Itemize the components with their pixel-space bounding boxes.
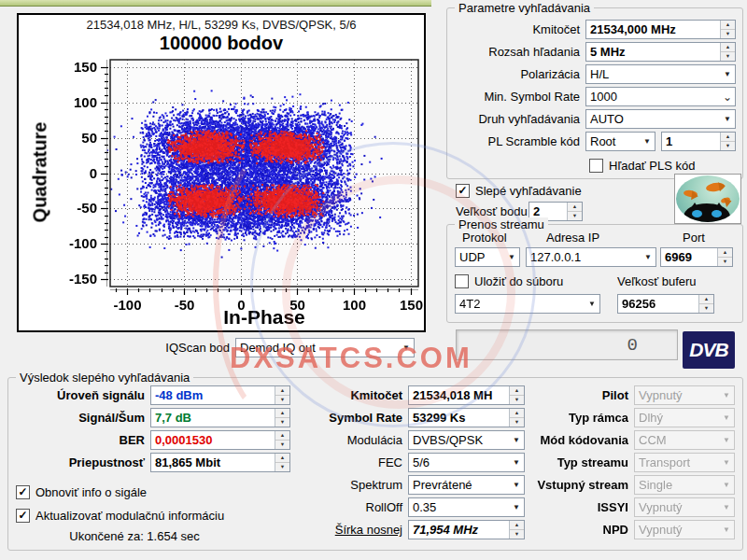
search-parameters-group: Parametre vyhľadávania Kmitočet21534,000… bbox=[446, 7, 743, 179]
chevron-down-icon[interactable]: ⌄ bbox=[720, 92, 735, 102]
spin-up-icon[interactable]: ▲ bbox=[721, 21, 735, 29]
fec-dropdown[interactable]: 5/6▼ bbox=[408, 453, 525, 472]
ip-address-dropdown[interactable]: 127.0.0.1 ▼ bbox=[526, 247, 656, 267]
result-frequency-value: 21534,018 MH bbox=[409, 388, 509, 402]
pl-scramble-root-value: Root bbox=[586, 134, 640, 148]
port-value: 6969 bbox=[661, 250, 717, 264]
ber-label: BER bbox=[12, 433, 150, 447]
pl-scramble-root-dropdown[interactable]: Root▼ bbox=[585, 132, 655, 151]
snr-spinner[interactable]: 7,7 dB▲▼ bbox=[150, 408, 290, 427]
port-spin-buttons[interactable]: ▲ ▼ bbox=[717, 248, 732, 266]
frequency-spinner[interactable]: 21534,000 MHz▲▼ bbox=[585, 20, 736, 39]
coding-mode-dropdown: CCM▼ bbox=[634, 430, 735, 450]
protocol-dropdown[interactable]: UDP ▼ bbox=[455, 247, 520, 267]
search-range-spinner[interactable]: 5 MHz▲▼ bbox=[585, 42, 736, 62]
dropdown-arrow-icon[interactable]: ▼ bbox=[399, 343, 414, 352]
modulation-value: DVBS/QPSK bbox=[409, 433, 509, 447]
blind-search-checkbox[interactable] bbox=[456, 184, 470, 198]
frame-type-row: Typ rámcaDlhý▼ bbox=[518, 408, 735, 427]
device-dropdown[interactable]: 4T2 ▼ bbox=[455, 294, 600, 314]
iqscan-point-value: Demod IQ out bbox=[236, 341, 399, 355]
stream-type-row: Typ streamuTransport▼ bbox=[518, 453, 735, 472]
issyi-value: Vypnutý bbox=[635, 500, 719, 514]
modulation-label: Modulácia bbox=[281, 433, 408, 447]
update-modulation-info-checkbox[interactable] bbox=[16, 509, 30, 523]
iqscan-point-dropdown[interactable]: Demod IQ out ▼ bbox=[235, 338, 415, 357]
search-parameters-rows: Kmitočet21534,000 MHz▲▼Rozsah hľadania5 … bbox=[453, 20, 737, 154]
results-right-column: PilotVypnutý▼Typ rámcaDlhý▼Mód kódovania… bbox=[518, 385, 735, 542]
carrier-width-value: 71,954 MHz bbox=[409, 523, 509, 537]
carrier-width-spinner[interactable]: 71,954 MHz▲▼ bbox=[408, 520, 525, 539]
pl-scramble-spinner[interactable]: 1▲▼ bbox=[661, 132, 736, 151]
search-type-dropdown[interactable]: AUTO▼ bbox=[585, 109, 736, 129]
dot-size-spin-buttons[interactable]: ▲ ▼ bbox=[567, 203, 582, 220]
spectrum-dropdown[interactable]: Prevrátené▼ bbox=[408, 475, 525, 495]
dropdown-arrow-icon[interactable]: ▼ bbox=[585, 300, 599, 308]
port-spinner[interactable]: 6969 ▲ ▼ bbox=[660, 247, 733, 267]
spectrum-label: Spektrum bbox=[281, 478, 408, 492]
min-symbol-rate-dropdown[interactable]: 1000⌄ bbox=[585, 87, 736, 106]
pilot-value: Vypnutý bbox=[635, 388, 719, 402]
signal-level-spinner[interactable]: -48 dBm▲▼ bbox=[150, 385, 290, 405]
dropdown-arrow-icon[interactable]: ▼ bbox=[720, 115, 735, 123]
frequency-row: Kmitočet21534,000 MHz▲▼ bbox=[453, 20, 737, 39]
spin-down-icon[interactable]: ▼ bbox=[699, 303, 713, 313]
dropdown-arrow-icon[interactable]: ▼ bbox=[720, 70, 735, 78]
throughput-label: Priepustnosť bbox=[12, 455, 150, 469]
modulation-row: ModuláciaDVBS/QPSK▼ bbox=[281, 430, 524, 450]
result-symbol-rate-value: 53299 Ks bbox=[409, 411, 509, 425]
frequency-spin-buttons[interactable]: ▲▼ bbox=[720, 21, 735, 38]
search-pls-checkbox[interactable] bbox=[589, 159, 603, 173]
pl-scramble-spin-buttons[interactable]: ▲▼ bbox=[720, 133, 735, 150]
plot-transponder-title: 21534,018 MHz, H/L, 53299 Ks, DVBS/QPSK,… bbox=[19, 18, 424, 32]
npd-label: NPD bbox=[518, 523, 634, 537]
dropdown-arrow-icon[interactable]: ▼ bbox=[641, 253, 655, 261]
spin-down-icon[interactable]: ▼ bbox=[721, 141, 735, 150]
spin-up-icon[interactable]: ▲ bbox=[721, 133, 735, 141]
coding-mode-label: Mód kódovania bbox=[518, 433, 634, 447]
spin-down-icon[interactable]: ▼ bbox=[721, 51, 735, 61]
buffer-size-spinner[interactable]: 96256 ▲ ▼ bbox=[617, 294, 714, 314]
throughput-spinner[interactable]: 81,865 Mbit▲▼ bbox=[150, 453, 290, 472]
spin-down-icon[interactable]: ▼ bbox=[718, 257, 732, 266]
search-range-spin-buttons[interactable]: ▲▼ bbox=[720, 43, 735, 61]
coding-mode-value: CCM bbox=[635, 433, 719, 447]
search-range-value: 5 MHz bbox=[586, 45, 720, 59]
spin-down-icon[interactable]: ▼ bbox=[721, 29, 735, 38]
result-symbol-rate-label: Symbol Rate bbox=[281, 411, 408, 425]
ber-spinner[interactable]: 0,0001530▲▼ bbox=[150, 430, 290, 450]
dot-size-value: 2 bbox=[529, 204, 567, 218]
throughput-row: Priepustnosť81,865 Mbit▲▼ bbox=[12, 453, 292, 472]
spin-down-icon[interactable]: ▼ bbox=[568, 211, 582, 220]
carrier-width-row: Šírka nosnej71,954 MHz▲▼ bbox=[281, 520, 524, 539]
spin-up-icon[interactable]: ▲ bbox=[721, 43, 735, 51]
pl-scramble-value: 1 bbox=[662, 134, 720, 148]
input-stream-value: Single bbox=[635, 478, 719, 492]
snr-value: 7,7 dB bbox=[151, 411, 275, 425]
result-frequency-spinner[interactable]: 21534,018 MH▲▼ bbox=[408, 385, 525, 405]
protocol-value: UDP bbox=[456, 250, 504, 264]
dropdown-arrow-icon: ▼ bbox=[719, 458, 734, 467]
result-frequency-row: Kmitočet21534,018 MH▲▼ bbox=[281, 385, 524, 405]
spin-up-icon[interactable]: ▲ bbox=[718, 248, 732, 257]
frequency-value: 21534,000 MHz bbox=[586, 22, 720, 36]
dropdown-arrow-icon[interactable]: ▼ bbox=[504, 253, 519, 261]
stream-type-label: Typ streamu bbox=[518, 455, 634, 469]
input-stream-dropdown: Single▼ bbox=[634, 475, 735, 495]
search-range-row: Rozsah hľadania5 MHz▲▼ bbox=[453, 42, 737, 62]
save-to-file-checkbox[interactable] bbox=[455, 274, 469, 288]
buffer-spin-buttons[interactable]: ▲ ▼ bbox=[698, 295, 713, 313]
refresh-signal-info-checkbox[interactable] bbox=[16, 485, 30, 499]
rolloff-label: RollOff bbox=[281, 500, 408, 514]
result-symbol-rate-spinner[interactable]: 53299 Ks▲▼ bbox=[408, 408, 525, 427]
spin-up-icon[interactable]: ▲ bbox=[568, 203, 582, 211]
polarization-dropdown[interactable]: H/L▼ bbox=[585, 64, 736, 84]
stream-type-dropdown: Transport▼ bbox=[634, 453, 735, 472]
spin-up-icon[interactable]: ▲ bbox=[699, 295, 713, 303]
pl-scramble-label: PL Scramble kód bbox=[453, 134, 585, 148]
rolloff-dropdown[interactable]: 0.35▼ bbox=[408, 497, 525, 517]
modulation-dropdown[interactable]: DVBS/QPSK▼ bbox=[408, 430, 525, 450]
throughput-value: 81,865 Mbit bbox=[151, 455, 275, 469]
dropdown-arrow-icon[interactable]: ▼ bbox=[640, 137, 655, 146]
npd-value: Vypnutý bbox=[635, 523, 719, 537]
